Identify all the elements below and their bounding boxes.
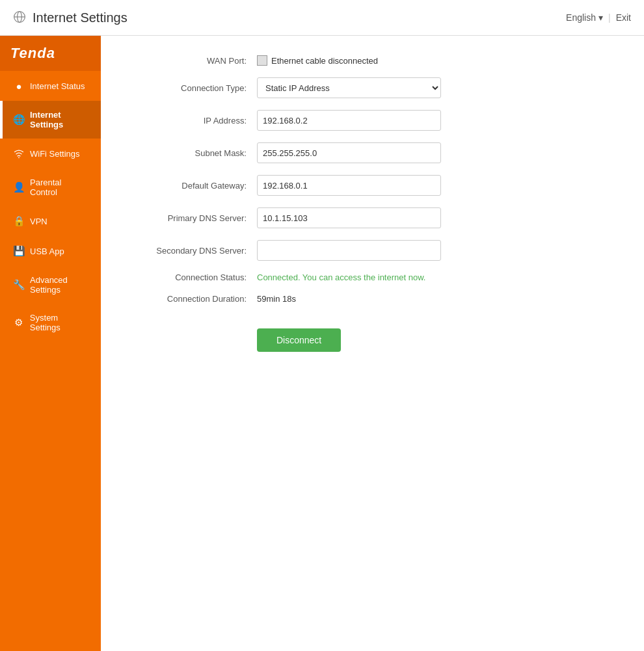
sidebar-item-label: USB App [30,246,64,256]
default-gateway-value [257,175,618,196]
system-icon: ⚙ [13,317,25,328]
primary-dns-input[interactable] [257,207,441,228]
layout: Tenda ● Internet Status 🌐 Internet Setti… [0,36,644,651]
ip-address-label: IP Address: [127,116,257,126]
connection-type-label: Connection Type: [127,83,257,93]
sidebar-logo: Tenda [0,36,101,71]
sidebar-item-label: VPN [30,217,47,226]
language-button[interactable]: English ▾ [566,12,603,23]
connection-type-select[interactable]: Static IP Address Dynamic IP PPPoE [257,77,441,98]
usb-icon: 💾 [13,245,25,257]
connection-status-text: Connected. You can access the internet n… [257,272,425,282]
primary-dns-label: Primary DNS Server: [127,213,257,223]
wan-port-row: WAN Port: Ethernet cable disconnected [127,55,618,66]
sidebar-item-label: System Settings [30,313,90,332]
subnet-mask-row: Subnet Mask: [127,142,618,163]
logo-text: Tenda [10,45,55,61]
parental-icon: 👤 [13,181,25,193]
primary-dns-value [257,207,618,228]
sidebar-item-label: Internet Settings [30,110,90,129]
connection-type-row: Connection Type: Static IP Address Dynam… [127,77,618,98]
wifi-icon [13,148,25,159]
sidebar-item-usb-app[interactable]: 💾 USB App [0,236,101,266]
connection-status-value: Connected. You can access the internet n… [257,272,618,282]
subnet-mask-input[interactable] [257,142,441,163]
wan-port-value: Ethernet cable disconnected [257,55,618,66]
sidebar-item-wifi-settings[interactable]: WiFi Settings [0,139,101,168]
disconnect-row: Disconnect [127,315,618,352]
internet-settings-form: WAN Port: Ethernet cable disconnected Co… [127,55,618,352]
sidebar-item-parental-control[interactable]: 👤 Parental Control [0,168,101,206]
connection-status-row: Connection Status: Connected. You can ac… [127,272,618,282]
page-title: Internet Settings [33,10,127,25]
connection-duration-value: 59min 18s [257,294,618,304]
exit-button[interactable]: Exit [616,12,631,23]
connection-duration-text: 59min 18s [257,294,296,304]
sidebar-item-internet-settings[interactable]: 🌐 Internet Settings [0,101,101,139]
connection-duration-label: Connection Duration: [127,294,257,304]
header-right: English ▾ | Exit [566,12,631,23]
wan-port-label: WAN Port: [127,56,257,66]
ip-address-row: IP Address: [127,110,618,131]
connection-duration-row: Connection Duration: 59min 18s [127,294,618,304]
main-content: WAN Port: Ethernet cable disconnected Co… [101,36,644,651]
ip-address-input[interactable] [257,110,441,131]
language-label: English [566,12,596,23]
header-left: Internet Settings [13,10,127,25]
connection-status-label: Connection Status: [127,272,257,282]
subnet-mask-label: Subnet Mask: [127,148,257,158]
sidebar-item-label: Parental Control [30,178,90,197]
secondary-dns-label: Secondary DNS Server: [127,246,257,256]
primary-dns-row: Primary DNS Server: [127,207,618,228]
default-gateway-label: Default Gateway: [127,181,257,191]
globe-icon [13,10,26,25]
subnet-mask-value [257,142,618,163]
secondary-dns-row: Secondary DNS Server: [127,240,618,261]
ip-address-value [257,110,618,131]
sidebar-item-label: Internet Status [30,81,85,91]
advanced-icon: 🔧 [13,279,25,291]
default-gateway-row: Default Gateway: [127,175,618,196]
sidebar-item-system-settings[interactable]: ⚙ System Settings [0,304,101,341]
wan-status-text: Ethernet cable disconnected [271,56,378,66]
connection-type-value: Static IP Address Dynamic IP PPPoE [257,77,618,98]
secondary-dns-value [257,240,618,261]
disconnect-button[interactable]: Disconnect [257,328,341,352]
sidebar: Tenda ● Internet Status 🌐 Internet Setti… [0,36,101,651]
sidebar-item-advanced-settings[interactable]: 🔧 Advanced Settings [0,266,101,304]
internet-status-icon: ● [13,80,25,92]
vpn-icon: 🔒 [13,215,25,227]
sidebar-item-internet-status[interactable]: ● Internet Status [0,71,101,101]
default-gateway-input[interactable] [257,175,441,196]
header-divider: | [608,12,611,23]
wan-cable-icon [257,55,267,66]
sidebar-item-label: WiFi Settings [30,149,80,159]
wan-status: Ethernet cable disconnected [257,55,378,66]
secondary-dns-input[interactable] [257,240,441,261]
svg-point-3 [18,157,20,159]
sidebar-item-vpn[interactable]: 🔒 VPN [0,206,101,236]
sidebar-item-label: Advanced Settings [30,275,90,295]
internet-settings-icon: 🌐 [13,114,25,126]
chevron-down-icon: ▾ [598,12,603,23]
header: Internet Settings English ▾ | Exit [0,0,644,36]
